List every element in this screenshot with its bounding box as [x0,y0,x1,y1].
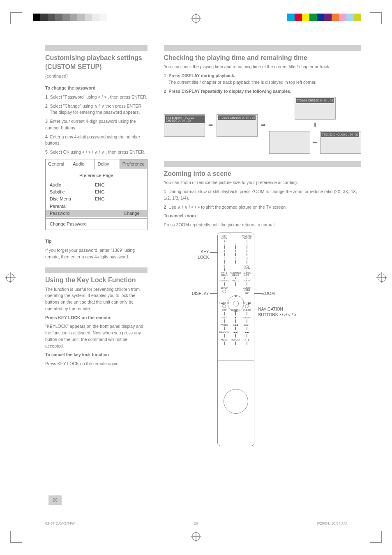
osd-row: SubtitleENG [50,189,143,196]
section-title: Zooming into a scene [164,169,361,178]
footer-right: 8/20/04, 10:54 AM [317,521,347,526]
crop-mark [10,12,22,24]
callout-nav: NAVIGATION BUTTONS ∧/∨/ < / > [258,306,297,318]
osd-tab: Dolby [95,159,120,169]
remote-button: A - B [242,339,252,345]
step-text: Press KEY LOCK on the remote. [45,315,111,320]
step-note: The display for entering the password ap… [50,110,140,115]
page-number: 26 [48,495,62,505]
subsection-title: To cancel zoom [164,213,196,218]
osd-tab: Preference [120,159,147,169]
color-bar [287,14,361,21]
osd-overlay: TT01/03 CH01/06 0 : 04 : 55 [321,132,360,137]
section-title: Customising playback settings (CUSTOM SE… [45,53,148,72]
remote-button [230,265,241,272]
remote-button: SLOW/R [242,317,252,323]
arrow-left-icon: ⬅ [313,138,318,147]
callout-line [254,293,263,294]
osd-tab: General [46,159,70,169]
osd-row: PasswordChange [46,210,147,217]
remote-button: 5 [230,250,241,257]
osd-row: AudioENG [50,182,143,189]
remote-button: 6 [242,250,252,257]
osd-overlay: TT01/03 CH01/06 0 : 04 : 55 [296,98,334,103]
callout-display: DISPLAY [176,291,209,297]
section-bar [45,267,148,273]
arrow-right-icon: ➡ [261,121,266,129]
osd-page-title: - - Preference Page - - [50,173,143,179]
section-title: Using the Key Lock Function [45,276,148,285]
remote-button [230,235,241,242]
crop-mark [370,531,382,543]
remote-button: STANDBY ON/OFF [242,235,252,242]
step-text: During normal, slow or still playback, p… [164,189,357,200]
crop-mark [10,531,22,543]
left-column: Customising playback settings (CUSTOM SE… [45,45,148,471]
color-bar [33,14,122,21]
remote-button: AUDIO MENU [242,272,252,279]
section-bar [164,161,361,167]
step-text: Select "Change" using ∧ / ∨ then press E… [50,104,143,108]
step-note: The current title / chapter or track pla… [168,80,316,85]
callout-zoom: ZOOM [263,291,275,297]
subsection-title: To change the password [45,85,95,90]
remote-control-icon: KEY LOCKSTANDBY ON/OFF1234567890DVD MENU… [217,233,254,446]
remote-button: REPEAT [230,339,241,345]
section-body: The function is useful for preventing ch… [45,286,148,312]
remote-button: SETUP [219,287,229,294]
osd-row: Parental [50,203,143,210]
registration-mark-icon [378,274,386,282]
osd-row: Disc MenuENG [50,196,143,203]
registration-mark-icon [6,274,14,282]
step-text: Press DISPLAY during playback. [168,73,235,78]
section-body: You can zoom or reduce the picture size … [164,180,361,186]
remote-button: ZOOM [242,280,252,286]
registration-mark-icon [192,532,200,541]
remote-button: 7 [219,258,229,264]
osd-footer: Change Password [46,218,147,230]
remote-button: STEP [219,317,229,323]
section-subtitle: (continued) [45,73,148,79]
remote-button: KEY LOCK [219,235,229,242]
hand-holding-remote-icon [224,389,248,414]
remote-button: PAUSE [219,324,229,331]
remote-button: ■ [230,317,241,323]
tip-label: Tip [45,239,52,244]
osd-tab: Audio [70,159,95,169]
remote-button: TITLE MENU [219,272,229,279]
callout-keylock: KEY LOCK [180,249,209,260]
osd-menu: GeneralAudioDolbyPreference - - Preferen… [45,159,148,230]
step-text: Press DISPLAY repeatedly to display the … [168,89,291,94]
section-title: Checking the playing time and remaining … [164,53,361,62]
remote-button [230,287,241,294]
crop-mark [370,12,382,24]
right-column: Checking the playing time and remaining … [164,45,361,471]
section-bar [164,45,361,51]
registration-mark-icon [192,14,200,23]
print-footer: 02-37 DAV-SR4W 26 8/20/04, 10:54 AM [45,521,347,526]
remote-nav-pad: ▲▼◀▶ [219,295,252,313]
remote-button: ▶▶| [242,324,252,331]
section-bar [45,45,148,51]
step-text: Use ∧ / ∨ / < / > to shift the zoomed pi… [168,205,287,210]
step-text: Enter a new 4-digit password using the n… [45,134,140,146]
step-text: Select "Password" using < / > , then pre… [50,94,148,99]
remote-button: ▶▶ [242,332,252,338]
section-body: You can check the playing time and remai… [164,64,361,70]
arrow-down-icon: ⬇ [313,121,318,129]
tv-sequence: Title Elapsed TT01/03 CH01/06 0 : 04 : 0… [164,97,361,154]
step-text: Select OK using < / > / ∧ / ∨ , then pre… [50,150,145,154]
remote-button: |◀◀ [230,324,241,331]
remote-button: 0 [219,265,229,272]
remote-button: 2 [230,243,241,249]
remote-button: ◀◀ [230,332,241,338]
osd-overlay: TT01/03 CH01/06 0 : 04 : 55 [218,115,256,120]
remote-button: ANGLE [230,280,241,286]
subsection-title: To cancel the key lock function [45,352,109,357]
step-text: Enter your current 4-digit password usin… [45,119,136,130]
remote-button: DVD MENU [242,265,252,272]
remote-button: 3 [242,243,252,249]
footer-center: 26 [194,521,198,526]
osd-overlay: Title Elapsed TT01/03 CH01/06 0 : 04 : 0… [165,115,205,123]
remote-button: 8 [230,258,241,264]
